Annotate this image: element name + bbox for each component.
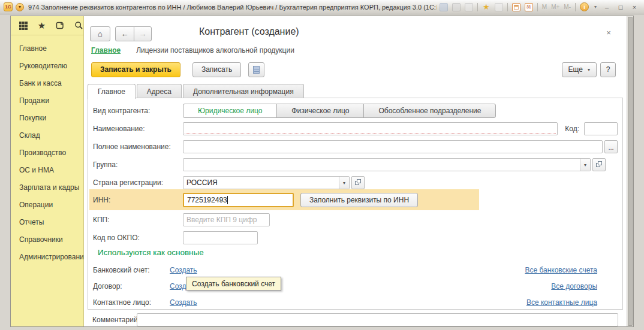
command-bar: Записать и закрыть Записать Еще ▾ ? [91, 62, 616, 77]
scrollbar-thumb[interactable] [628, 17, 633, 326]
country-open-button[interactable] [351, 176, 365, 189]
favorites-star-icon[interactable]: ★ [482, 3, 490, 11]
save-button[interactable]: Записать [192, 62, 241, 77]
more-button[interactable]: Еще ▾ [562, 62, 597, 77]
minimize-button[interactable]: – [602, 3, 612, 11]
all-bank-accounts-link[interactable]: Все банковские счета [525, 266, 597, 274]
info-icon[interactable]: i [580, 2, 589, 11]
window-titlebar: 1С ▾ 974 Заполнение реквизитов контраген… [0, 0, 644, 14]
sidebar-item-administrirovanie[interactable]: Администрирование [11, 249, 83, 266]
info-dropdown-icon[interactable]: ▾ [593, 3, 598, 11]
titlebar-toolbar: ★ 31 M M+ M- i ▾ – □ × [440, 2, 640, 11]
memory-m-plus-button[interactable]: M+ [551, 3, 559, 11]
sidebar-item-pokupki[interactable]: Покупки [11, 110, 83, 127]
okpo-row: Код по ОКПО: [93, 230, 618, 246]
calendar-icon[interactable]: 31 [525, 3, 533, 11]
kind-option-separate-division[interactable]: Обособленное подразделение [363, 104, 496, 118]
related-documents-button[interactable] [248, 62, 264, 77]
maximize-button[interactable]: □ [616, 3, 625, 11]
all-contracts-link[interactable]: Все договоры [551, 282, 597, 290]
all-contacts-link[interactable]: Все контактные лица [526, 298, 597, 307]
bank-account-label: Банковский счет: [93, 266, 170, 274]
kind-option-individual[interactable]: Физическое лицо [276, 104, 364, 118]
form-tabs: Главное Адреса Дополнительная информация [88, 83, 623, 98]
comment-row: Комментарий: [92, 313, 618, 326]
ellipsis-button[interactable]: ... [604, 140, 618, 153]
more-button-label: Еще [568, 65, 583, 74]
contract-label: Договор: [93, 282, 170, 290]
main-window: ★ Главное Руководителю Банк и касса Прод… [10, 16, 634, 327]
separator [537, 3, 538, 11]
back-button[interactable]: ← [115, 26, 134, 41]
inn-row: ИНН: Заполнить реквизиты по ИНН [93, 192, 618, 208]
forward-button[interactable]: → [134, 26, 152, 41]
document-icon[interactable] [495, 3, 503, 11]
group-label: Группа: [93, 161, 183, 169]
kind-row: Вид контрагента: Юридическое лицо Физиче… [93, 103, 618, 119]
tab-glavnoe[interactable]: Главное [88, 84, 136, 99]
sidebar-item-spravochniki[interactable]: Справочники [11, 231, 83, 249]
fill-by-inn-button[interactable]: Заполнить реквизиты по ИНН [300, 193, 418, 207]
memory-m-button[interactable]: M [542, 3, 547, 11]
group-input[interactable] [183, 159, 580, 171]
save-file-icon[interactable] [440, 3, 448, 11]
favorites-icon[interactable]: ★ [37, 21, 46, 31]
home-button[interactable]: ⌂ [90, 26, 110, 41]
full-name-input[interactable] [183, 140, 603, 153]
history-icon[interactable] [56, 21, 65, 31]
inn-label: ИНН: [93, 196, 183, 204]
close-form-icon[interactable]: × [604, 28, 613, 37]
sidebar-item-os-i-nma[interactable]: ОС и НМА [11, 162, 83, 179]
tab-page-main: Вид контрагента: Юридическое лицо Физиче… [88, 98, 623, 310]
country-row: Страна регистрации: ▾ [93, 175, 618, 190]
code-input[interactable] [584, 122, 618, 135]
create-bank-account-link[interactable]: Создать [170, 266, 197, 274]
group-row: Группа: ▾ [93, 157, 618, 172]
tab-dop-informaciya[interactable]: Дополнительная информация [183, 84, 304, 98]
window-title: 974 Заполнение реквизитов контрагентов п… [27, 4, 437, 11]
sidebar-toolbar: ★ [11, 16, 83, 35]
memory-m-minus-button[interactable]: M- [564, 3, 571, 11]
sidebar-item-glavnoe[interactable]: Главное [11, 40, 83, 57]
okpo-label: Код по ОКПО: [93, 234, 183, 242]
breadcrumb-main-link[interactable]: Главное [91, 46, 121, 55]
breadcrumb-licenses-link[interactable]: Лицензии поставщиков алкогольной продукц… [136, 46, 294, 55]
sidebar-item-prodazhi[interactable]: Продажи [11, 92, 83, 110]
comment-label: Комментарий: [92, 316, 137, 324]
separator [477, 3, 478, 11]
sidebar-item-proizvodstvo[interactable]: Производство [11, 144, 83, 162]
sidebar-item-operacii[interactable]: Операции [11, 196, 83, 214]
sidebar-item-sklad[interactable]: Склад [11, 127, 83, 144]
chevron-down-icon: ▾ [588, 67, 590, 72]
country-dropdown-icon[interactable]: ▾ [339, 177, 349, 189]
sidebar-item-bank-i-kassa[interactable]: Банк и касса [11, 75, 83, 92]
close-window-button[interactable]: × [630, 3, 639, 11]
kpp-input[interactable] [183, 213, 270, 226]
comment-input[interactable] [137, 313, 618, 326]
system-menu-icon[interactable]: ▾ [16, 3, 24, 11]
sidebar-item-zarplata-i-kadry[interactable]: Зарплата и кадры [11, 179, 83, 196]
create-contact-link[interactable]: Создать [170, 298, 197, 307]
search-icon[interactable] [74, 21, 83, 31]
group-open-button[interactable] [592, 158, 606, 171]
country-input[interactable] [183, 177, 339, 189]
tab-adresa[interactable]: Адреса [137, 84, 182, 98]
inn-input[interactable] [183, 193, 294, 207]
print-preview-icon[interactable] [465, 3, 473, 11]
separator [575, 3, 576, 11]
full-name-label: Полное наименование: [93, 143, 183, 151]
sidebar-item-otchety[interactable]: Отчеты [11, 214, 83, 231]
help-button[interactable]: ? [600, 62, 616, 77]
kind-label: Вид контрагента: [93, 107, 183, 115]
menu-grid-icon[interactable] [19, 21, 28, 31]
name-input[interactable] [183, 122, 558, 135]
okpo-input[interactable] [183, 231, 258, 244]
print-icon[interactable] [452, 3, 461, 11]
sidebar-item-rukovoditelyu[interactable]: Руководителю [11, 57, 83, 75]
save-and-close-button[interactable]: Записать и закрыть [91, 62, 180, 77]
calculator-icon[interactable] [512, 3, 520, 11]
kind-option-legal-entity[interactable]: Юридическое лицо [183, 104, 277, 118]
page-title: Контрагент (создание) [199, 26, 299, 37]
vertical-scrollbar[interactable] [627, 16, 633, 326]
group-dropdown-icon[interactable]: ▾ [580, 159, 590, 171]
